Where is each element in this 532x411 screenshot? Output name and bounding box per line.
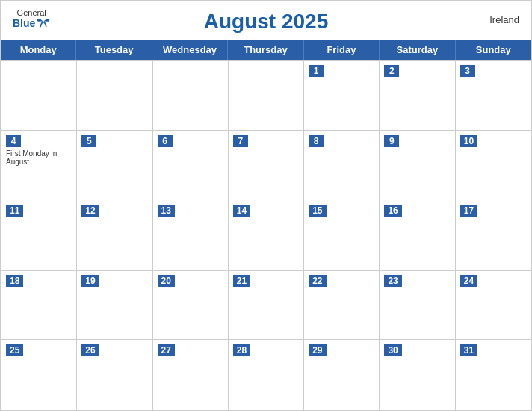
date-15: 15 [309,205,326,217]
logo: General Blue [13,8,50,29]
days-header: Monday Tuesday Wednesday Thursday Friday… [1,40,531,60]
table-row: 9 [380,131,455,201]
date-4: 4 [6,135,21,147]
day-thursday: Thursday [228,40,303,60]
table-row: 6 [153,131,229,201]
table-row: 27 [153,340,229,410]
country-label: Ireland [489,14,519,25]
date-31: 31 [460,344,477,356]
table-row [153,61,229,131]
event-first-monday: First Monday in August [6,149,72,166]
table-row: 4 First Monday in August [1,131,77,201]
table-row: 28 [229,340,304,410]
date-14: 14 [233,205,250,217]
page-title: August 2025 [204,10,329,34]
calendar-container: General Blue August 2025 Ireland Monday … [0,0,532,411]
table-row: 20 [153,271,229,341]
table-row: 15 [304,200,380,271]
table-row: 11 [1,200,77,271]
table-row: 7 [229,131,304,201]
date-16: 16 [384,205,401,217]
table-row: 17 [456,200,531,271]
table-row [229,61,304,131]
table-row: 21 [229,271,304,341]
date-19: 19 [81,275,99,287]
date-27: 27 [158,344,175,356]
day-wednesday: Wednesday [152,40,228,60]
date-7: 7 [233,135,248,147]
date-28: 28 [233,344,250,356]
table-row: 10 [456,131,531,201]
table-row: 30 [380,340,455,410]
table-row: 26 [77,340,152,410]
date-3: 3 [460,65,475,77]
table-row: 3 [456,61,531,131]
table-row: 12 [77,200,152,271]
table-row: 29 [304,340,380,410]
date-23: 23 [384,275,401,287]
day-sunday: Sunday [456,40,531,60]
date-25: 25 [6,344,23,356]
table-row: 22 [304,271,380,341]
date-24: 24 [460,275,477,287]
date-9: 9 [384,135,399,147]
date-20: 20 [158,275,175,287]
table-row: 8 [304,131,380,201]
day-tuesday: Tuesday [76,40,152,60]
date-21: 21 [233,275,250,287]
table-row: 5 [77,131,152,201]
date-26: 26 [81,344,99,356]
date-10: 10 [460,135,477,147]
calendar-grid: 1 2 3 4 First Monday in August 5 6 7 8 9… [1,60,531,410]
date-1: 1 [309,65,324,77]
table-row: 24 [456,271,531,341]
table-row: 25 [1,340,77,410]
day-saturday: Saturday [380,40,455,60]
date-12: 12 [81,205,99,217]
date-17: 17 [460,205,477,217]
date-2: 2 [384,65,399,77]
date-13: 13 [158,205,175,217]
date-8: 8 [309,135,324,147]
logo-blue-text: Blue [13,17,50,29]
logo-general-text: General [17,8,46,17]
date-29: 29 [309,344,326,356]
date-11: 11 [6,205,23,217]
table-row: 2 [380,61,455,131]
table-row [77,61,152,131]
date-6: 6 [158,135,173,147]
date-18: 18 [6,275,23,287]
table-row: 14 [229,200,304,271]
date-5: 5 [81,135,96,147]
table-row: 1 [304,61,380,131]
table-row: 23 [380,271,455,341]
day-friday: Friday [304,40,380,60]
table-row: 19 [77,271,152,341]
table-row [1,61,77,131]
date-30: 30 [384,344,401,356]
table-row: 13 [153,200,229,271]
day-monday: Monday [1,40,76,60]
table-row: 16 [380,200,455,271]
table-row: 18 [1,271,77,341]
table-row: 31 [456,340,531,410]
calendar-header: General Blue August 2025 Ireland [1,1,531,40]
date-22: 22 [309,275,326,287]
